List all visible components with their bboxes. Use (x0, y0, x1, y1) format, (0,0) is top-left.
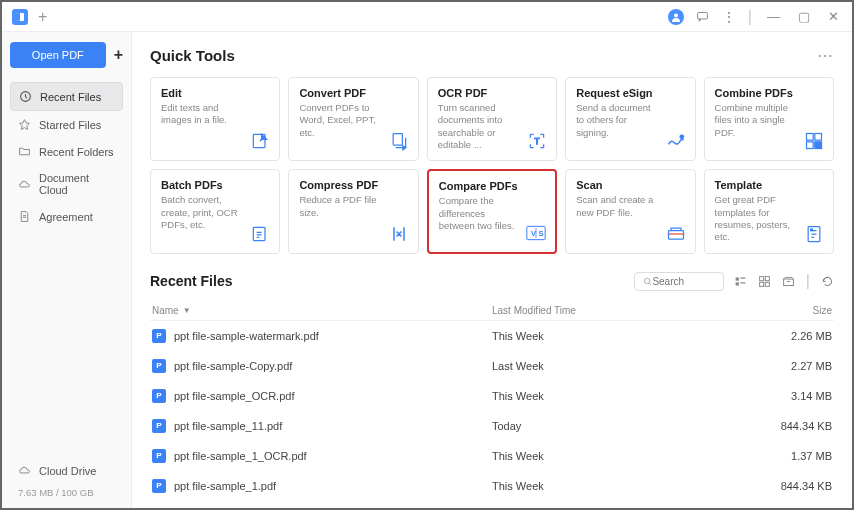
tool-title: Compare PDFs (439, 180, 545, 192)
svg-text:T: T (535, 136, 540, 146)
tool-title: Edit (161, 87, 269, 99)
svg-rect-6 (393, 134, 402, 146)
titlebar: + ⋮ | — ▢ ✕ (2, 2, 852, 32)
quick-tools-more-icon[interactable]: ⋯ (817, 46, 834, 65)
tool-icon (803, 223, 825, 245)
archive-icon[interactable] (782, 274, 796, 288)
tool-card-batch-pdfs[interactable]: Batch PDFsBatch convert, create, print, … (150, 169, 280, 253)
search-input[interactable] (652, 276, 714, 287)
svg-point-8 (680, 136, 683, 139)
tool-title: Combine PDFs (715, 87, 823, 99)
view-grid-icon[interactable] (758, 274, 772, 288)
tool-card-scan[interactable]: ScanScan and create a new PDF file. (565, 169, 695, 253)
pdf-file-icon: P (152, 419, 166, 433)
file-name: ppt file-sample_11.pdf (174, 420, 282, 432)
tool-card-template[interactable]: TemplateGet great PDF templates for resu… (704, 169, 834, 253)
pdf-file-icon: P (152, 389, 166, 403)
tool-card-edit[interactable]: EditEdit texts and images in a file. (150, 77, 280, 161)
file-modified: This Week (492, 480, 772, 492)
tool-icon (803, 130, 825, 152)
file-size: 844.34 KB (772, 420, 832, 432)
file-list-header: Name▼ Last Modified Time Size (150, 301, 834, 321)
file-row[interactable]: Pppt file-sample_OCR.pdfThis Week3.14 MB (150, 381, 834, 411)
tool-icon: T (526, 130, 548, 152)
user-avatar[interactable] (668, 9, 684, 25)
tool-icon (249, 223, 271, 245)
tool-card-request-esign[interactable]: Request eSignSend a document to others f… (565, 77, 695, 161)
open-pdf-button[interactable]: Open PDF (10, 42, 106, 68)
file-row[interactable]: Pppt file-sample_1_OCR.pdfThis Week1.37 … (150, 441, 834, 471)
pdf-file-icon: P (152, 359, 166, 373)
new-tab-button[interactable]: + (38, 8, 47, 26)
tool-card-compress-pdf[interactable]: Compress PDFReduce a PDF file size. (288, 169, 418, 253)
sidebar-item-label: Recent Files (40, 91, 101, 103)
folder-icon (18, 145, 31, 158)
file-name: ppt file-sample-watermark.pdf (174, 330, 319, 342)
sidebar-item-starred-files[interactable]: Starred Files (10, 111, 123, 138)
tool-title: Request eSign (576, 87, 684, 99)
recent-files-title: Recent Files (150, 273, 232, 289)
main-content: Quick Tools ⋯ EditEdit texts and images … (132, 32, 852, 508)
file-size: 2.26 MB (772, 330, 832, 342)
svg-rect-25 (760, 276, 764, 280)
tool-title: Scan (576, 179, 684, 191)
sidebar-item-agreement[interactable]: Agreement (10, 203, 123, 230)
file-name: ppt file-sample_1.pdf (174, 480, 276, 492)
column-size[interactable]: Size (772, 305, 832, 316)
tool-icon (388, 223, 410, 245)
refresh-icon[interactable] (820, 274, 834, 288)
cloud-drive-icon (18, 464, 31, 477)
sidebar-item-recent-folders[interactable]: Recent Folders (10, 138, 123, 165)
maximize-button[interactable]: ▢ (795, 9, 813, 24)
tool-description: Scan and create a new PDF file. (576, 194, 684, 219)
file-row[interactable]: Pppt file-sample.pdfToday2.25 MB (150, 501, 834, 508)
more-menu-icon[interactable]: ⋮ (722, 9, 736, 25)
sidebar-item-label: Document Cloud (39, 172, 115, 196)
svg-rect-9 (806, 134, 813, 141)
tool-description: Reduce a PDF file size. (299, 194, 407, 219)
app-logo[interactable] (12, 9, 28, 25)
quick-tools-title: Quick Tools (150, 47, 235, 64)
tool-title: Batch PDFs (161, 179, 269, 191)
star-icon (18, 118, 31, 131)
file-row[interactable]: Pppt file-sample-watermark.pdfThis Week2… (150, 321, 834, 351)
chat-icon[interactable] (696, 10, 710, 24)
column-name[interactable]: Name▼ (152, 305, 492, 316)
tool-description: Edit texts and images in a file. (161, 102, 269, 127)
tool-title: Convert PDF (299, 87, 407, 99)
file-size: 3.14 MB (772, 390, 832, 402)
svg-rect-26 (766, 276, 770, 280)
column-modified[interactable]: Last Modified Time (492, 305, 772, 316)
svg-rect-17 (668, 230, 683, 238)
tool-card-combine-pdfs[interactable]: Combine PDFsCombine multiple files into … (704, 77, 834, 161)
sidebar-item-recent-files[interactable]: Recent Files (10, 82, 123, 111)
tool-card-ocr-pdf[interactable]: OCR PDFTurn scanned documents into searc… (427, 77, 557, 161)
file-row[interactable]: Pppt file-sample_1.pdfThis Week844.34 KB (150, 471, 834, 501)
search-box[interactable] (634, 272, 724, 291)
cloud-drive-label: Cloud Drive (39, 465, 96, 477)
svg-rect-21 (736, 277, 739, 280)
sidebar-item-document-cloud[interactable]: Document Cloud (10, 165, 123, 203)
sidebar-item-label: Agreement (39, 211, 93, 223)
sidebar-item-label: Recent Folders (39, 146, 114, 158)
svg-rect-3 (697, 12, 707, 19)
tool-icon (665, 223, 687, 245)
tool-card-compare-pdfs[interactable]: Compare PDFsCompare the differences betw… (427, 169, 557, 253)
svg-rect-10 (815, 134, 822, 141)
svg-rect-29 (784, 279, 794, 286)
view-list-icon[interactable] (734, 274, 748, 288)
tool-card-convert-pdf[interactable]: Convert PDFConvert PDFs to Word, Excel, … (288, 77, 418, 161)
file-row[interactable]: Pppt file-sample-Copy.pdfLast Week2.27 M… (150, 351, 834, 381)
file-row[interactable]: Pppt file-sample_11.pdfToday844.34 KB (150, 411, 834, 441)
pdf-file-icon: P (152, 449, 166, 463)
close-button[interactable]: ✕ (825, 9, 842, 24)
tool-icon: VS (525, 222, 547, 244)
cloud-drive-button[interactable]: Cloud Drive (10, 458, 123, 483)
tool-title: Compress PDF (299, 179, 407, 191)
file-modified: This Week (492, 330, 772, 342)
svg-rect-27 (760, 282, 764, 286)
tool-icon (388, 130, 410, 152)
file-modified: Last Week (492, 360, 772, 372)
minimize-button[interactable]: — (764, 9, 783, 24)
new-file-button[interactable]: + (114, 46, 123, 64)
